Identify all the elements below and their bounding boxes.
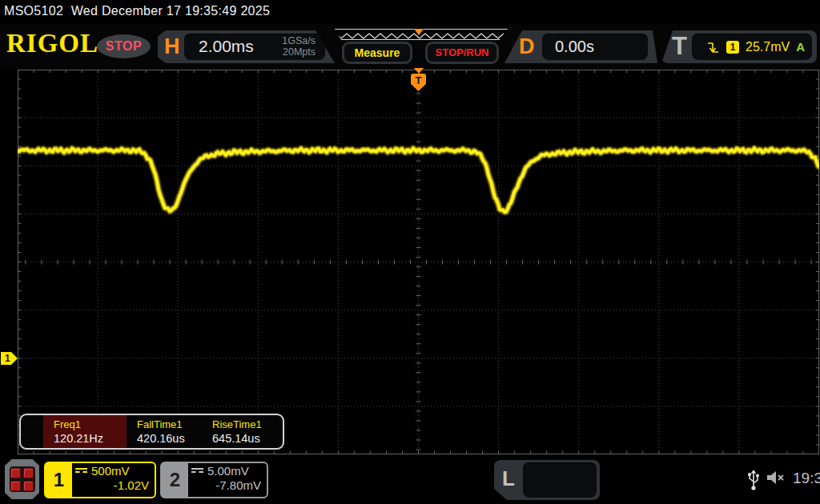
speaker-muted-icon	[765, 469, 787, 486]
horizontal-label: H	[164, 34, 180, 59]
falling-edge-icon	[706, 40, 720, 54]
channel2-offset: -7.80mV	[191, 478, 261, 492]
rigol-logo: RIGOL	[6, 29, 98, 58]
acquisition-info: 1GSa/s 20Mpts	[282, 35, 316, 58]
measurement-value: 420.16us	[137, 432, 202, 445]
menu-grid-button[interactable]	[5, 459, 39, 499]
channel1-ground-marker[interactable]: 1	[1, 352, 18, 365]
horizontal-timebase-widget[interactable]: H 2.00ms 1GSa/s 20Mpts	[158, 30, 335, 63]
delay-widget[interactable]: D 0.00s	[504, 30, 657, 63]
measurement-label: RiseTime1	[212, 418, 282, 430]
logic-label: L	[502, 466, 515, 491]
measurement-panel: Freq1 120.21Hz FallTime1 420.16us RiseTi…	[19, 414, 284, 450]
logic-channel-list: 0 1 2 3 4 5 6 7 8 9 1011 12131415	[523, 462, 597, 498]
channel2-scale: 5.00mV	[207, 464, 249, 478]
stop-run-button[interactable]: STOP/RUN	[425, 42, 499, 64]
measurement-risetime1[interactable]: RiseTime1 645.14us	[202, 415, 282, 448]
logic-row1: 0 1 2 3 4 5 6 7	[523, 496, 597, 504]
grid-icon	[10, 466, 35, 492]
title-bar: MSO5102 Wed December 17 19:35:49 2025	[4, 4, 270, 18]
channel1-trace	[18, 70, 819, 454]
usb-icon	[747, 466, 760, 491]
sample-rate: 1GSa/s	[282, 35, 316, 46]
channel1-scale: 500mV	[91, 464, 130, 478]
clock-time: 19:35	[793, 470, 820, 487]
overview-position-marker[interactable]	[414, 29, 424, 35]
dc-coupling-icon	[75, 468, 87, 474]
delay-value: 0.00s	[555, 38, 594, 56]
trigger-coupling: A	[796, 40, 805, 54]
trigger-panel: 1 25.7mV A	[692, 34, 812, 60]
logic-channels-block[interactable]: L 0 1 2 3 4 5 6 7 8 9 1011 12131415	[494, 460, 600, 500]
channel2-tab: 2	[162, 463, 188, 497]
measurement-value: 120.21Hz	[54, 432, 127, 445]
measurement-falltime1[interactable]: FallTime1 420.16us	[127, 415, 202, 448]
channel1-status-block[interactable]: 1 500mV -1.02V	[44, 462, 156, 498]
trigger-level-value: 25.7mV	[746, 40, 790, 54]
measurement-freq1[interactable]: Freq1 120.21Hz	[43, 415, 127, 448]
timebase-panel: 2.00ms 1GSa/s 20Mpts	[184, 34, 325, 60]
dc-coupling-icon	[191, 468, 203, 474]
measurement-label: Freq1	[54, 418, 127, 430]
trigger-widget[interactable]: T 1 25.7mV A	[661, 30, 817, 63]
measurement-label: FallTime1	[137, 418, 202, 430]
timebase-value: 2.00ms	[199, 37, 254, 56]
delay-panel: 0.00s	[542, 34, 648, 60]
trigger-position-arrow[interactable]	[414, 68, 424, 74]
measure-button[interactable]: Measure	[342, 42, 412, 64]
trigger-label: T	[672, 32, 687, 61]
channel1-offset: -1.02V	[75, 478, 149, 492]
trigger-source-badge: 1	[726, 41, 739, 54]
channel2-status-block[interactable]: 2 5.00mV -7.80mV	[160, 462, 268, 498]
waveform-display	[18, 70, 819, 454]
header-bar: RIGOL STOP H 2.00ms 1GSa/s 20Mpts Measur…	[0, 24, 820, 69]
memory-depth: 20Mpts	[282, 46, 316, 58]
channel1-tab: 1	[46, 463, 72, 497]
measurement-value: 645.14us	[212, 432, 282, 445]
delay-label: D	[519, 34, 535, 59]
run-state-indicator: STOP	[97, 34, 151, 58]
